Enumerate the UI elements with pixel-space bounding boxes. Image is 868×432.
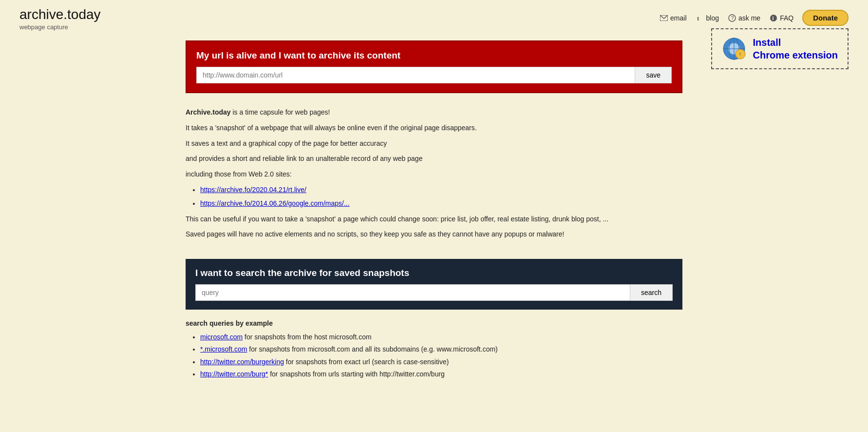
description-footer1: This can be useful if you want to take a… — [186, 214, 624, 225]
blog-label: blog — [706, 14, 719, 22]
chrome-extension-icon: ↑ — [722, 37, 746, 61]
search-example-link[interactable]: http://twitter.com/burg* — [200, 370, 268, 378]
svg-text:t: t — [697, 15, 699, 22]
faq-link[interactable]: i FAQ — [769, 14, 793, 22]
description-links-list: https://archive.fo/2020.04.21/rt.live/ h… — [200, 184, 624, 210]
search-queries-section: search queries by example microsoft.com … — [186, 310, 624, 390]
faq-icon: i — [769, 14, 778, 22]
chrome-extension-banner: ↑ Install Chrome extension — [711, 28, 849, 69]
search-section-title: I want to search the archive for saved s… — [195, 268, 673, 278]
chrome-extension-install-line1: Install — [753, 37, 781, 48]
ask-icon: ? — [728, 14, 736, 22]
search-example-link[interactable]: microsoft.com — [200, 333, 243, 341]
email-link[interactable]: email — [660, 14, 686, 22]
archive-url-input[interactable] — [196, 67, 635, 83]
search-query-input[interactable] — [195, 284, 630, 301]
logo-link[interactable]: archive.today — [19, 7, 101, 22]
search-example-desc: for snapshots from exact url (search is … — [284, 358, 449, 366]
description-line3: It saves a text and a graphical copy of … — [186, 138, 624, 150]
search-example-desc: for snapshots from microsoft.com and all… — [247, 345, 497, 353]
search-button[interactable]: search — [630, 284, 673, 301]
search-example-desc: for snapshots from the host microsoft.co… — [243, 333, 372, 341]
description-line1-rest: is a time capsule for web pages! — [231, 108, 330, 116]
blog-link[interactable]: t blog — [696, 14, 719, 22]
description-line5: including those from Web 2.0 sites: — [186, 169, 624, 180]
archive-section-title: My url is alive and I want to archive it… — [196, 50, 672, 61]
list-item: https://archive.fo/2020.04.21/rt.live/ — [200, 184, 624, 196]
description-line4: and provides a short and reliable link t… — [186, 153, 624, 165]
faq-label: FAQ — [780, 14, 793, 22]
list-item: http://twitter.com/burg* for snapshots f… — [200, 368, 624, 380]
description-footer2: Saved pages will have no active elements… — [186, 229, 624, 240]
list-item: *.microsoft.com for snapshots from micro… — [200, 343, 624, 355]
search-queries-title: search queries by example — [186, 319, 624, 327]
svg-text:i: i — [773, 15, 774, 21]
list-item: http://twitter.com/burgerking for snapsh… — [200, 356, 624, 368]
example-link-2[interactable]: https://archive.fo/2014.06.26/google.com… — [200, 199, 350, 207]
archive-today-bold: Archive.today — [186, 108, 231, 116]
logo-area: archive.today webpage capture — [19, 7, 101, 31]
svg-text:?: ? — [731, 15, 734, 21]
search-example-link[interactable]: *.microsoft.com — [200, 345, 247, 353]
search-section: I want to search the archive for saved s… — [186, 259, 682, 310]
description-section: Archive.today is a time capsule for web … — [186, 93, 624, 254]
archive-section: My url is alive and I want to archive it… — [186, 40, 682, 93]
blog-icon: t — [696, 14, 704, 22]
search-example-desc: for snapshots from urls starting with ht… — [268, 370, 445, 378]
list-item: https://archive.fo/2014.06.26/google.com… — [200, 198, 624, 210]
search-example-link[interactable]: http://twitter.com/burgerking — [200, 358, 284, 366]
ask-link[interactable]: ? ask me — [728, 14, 760, 22]
description-line2: It takes a 'snapshot' of a webpage that … — [186, 122, 624, 134]
chrome-extension-link[interactable]: Install Chrome extension — [753, 36, 838, 61]
archive-input-row: save — [196, 67, 672, 83]
list-item: microsoft.com for snapshots from the hos… — [200, 331, 624, 343]
email-icon — [660, 14, 668, 22]
svg-text:↑: ↑ — [738, 51, 741, 58]
chrome-extension-install-line2: Chrome extension — [753, 50, 838, 60]
save-button[interactable]: save — [635, 67, 672, 83]
nav-area: email t blog ? ask me — [660, 10, 849, 26]
ask-label: ask me — [738, 14, 760, 22]
search-input-row: search — [195, 284, 673, 301]
example-link-1[interactable]: https://archive.fo/2020.04.21/rt.live/ — [200, 186, 306, 194]
search-examples-list: microsoft.com for snapshots from the hos… — [200, 331, 624, 380]
main-content: My url is alive and I want to archive it… — [176, 40, 692, 390]
description-line1: Archive.today is a time capsule for web … — [186, 107, 624, 118]
logo-subtitle: webpage capture — [19, 23, 101, 31]
donate-button[interactable]: Donate — [802, 10, 849, 26]
email-label: email — [670, 14, 686, 22]
